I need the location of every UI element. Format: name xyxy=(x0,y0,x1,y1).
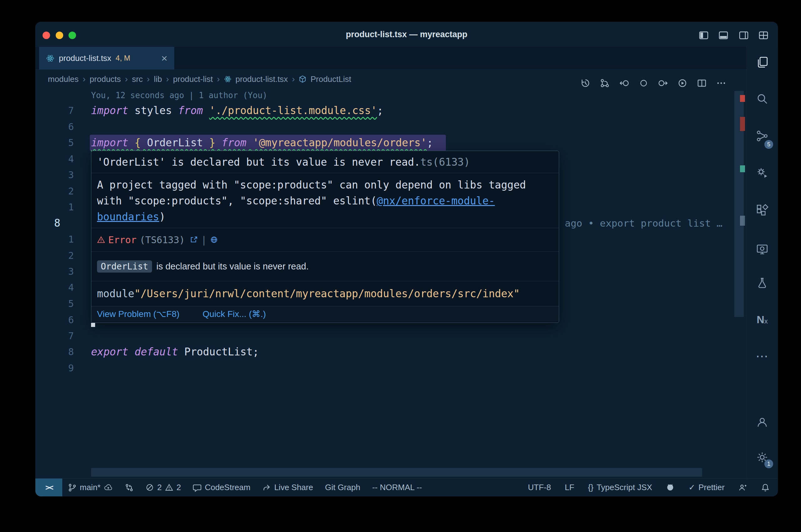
tab-strip: product-list.tsx 4, M × xyxy=(35,47,747,70)
line-number: 6 xyxy=(35,119,74,135)
breadcrumb-item[interactable]: modules xyxy=(48,74,78,84)
codestream-item[interactable]: CodeStream xyxy=(193,482,250,492)
hover-actions: View Problem (⌥F8) Quick Fix... (⌘.) xyxy=(91,306,559,321)
breadcrumb-separator: › xyxy=(217,74,220,84)
quick-fix-button[interactable]: Quick Fix... (⌘.) xyxy=(203,309,266,319)
open-brace: { xyxy=(134,137,141,149)
hover-diagnostic-ts: 'OrderList' is declared but its value is… xyxy=(91,151,559,173)
publish-cloud-icon xyxy=(104,483,113,492)
tab-label: product-list.tsx xyxy=(59,54,111,63)
generate-run-icon[interactable] xyxy=(755,165,770,180)
vscode-window: product-list.tsx — myreactapp xyxy=(35,22,778,496)
eol-item[interactable]: LF xyxy=(565,482,574,492)
breadcrumb-separator: › xyxy=(166,74,169,84)
prettier-item[interactable]: ✓ Prettier xyxy=(688,482,725,492)
run-circle-icon[interactable] xyxy=(677,78,688,88)
prettier-label: Prettier xyxy=(698,482,725,492)
encoding-item[interactable]: UTF-8 xyxy=(528,482,551,492)
braces-glyph: {} xyxy=(588,482,593,492)
more-actions-icon[interactable] xyxy=(716,78,726,88)
gitlens-codelens[interactable]: You, 12 seconds ago | 1 author (You) xyxy=(91,88,268,102)
live-share-item[interactable]: Live Share xyxy=(262,482,313,492)
hover-resize-grip[interactable] xyxy=(91,323,95,327)
git-graph-item[interactable]: Git Graph xyxy=(325,482,361,492)
warning-count: 2 xyxy=(177,482,181,492)
diagnostics-hover-tooltip: 'OrderList' is declared but its value is… xyxy=(91,151,559,323)
live-preview-icon[interactable] xyxy=(755,242,770,257)
github-icon[interactable] xyxy=(666,483,675,492)
code-line-16[interactable]: export default ProductList; xyxy=(91,344,259,360)
layout-panel-bottom-icon[interactable] xyxy=(718,30,729,41)
eslint-rule-link[interactable]: boundaries xyxy=(97,211,159,223)
error-icon xyxy=(145,483,154,492)
extensions-icon[interactable] xyxy=(755,203,770,218)
breadcrumb-separator: › xyxy=(147,74,149,84)
overview-change-mark xyxy=(740,165,745,172)
tab-product-list[interactable]: product-list.tsx 4, M × xyxy=(39,47,174,70)
tab-close-icon[interactable]: × xyxy=(161,53,167,63)
breadcrumb-item[interactable]: products xyxy=(90,74,121,84)
breadcrumb-item[interactable]: lib xyxy=(154,74,162,84)
layout-panel-left-icon[interactable] xyxy=(698,30,709,41)
layout-panel-right-icon[interactable] xyxy=(738,30,749,41)
nav-back-circle-icon[interactable] xyxy=(619,78,629,88)
hover-module-path: module "/Users/juri/nrwl/content/myreact… xyxy=(91,281,559,306)
overview-error-mark xyxy=(740,95,745,102)
line-number: 1 xyxy=(35,231,74,248)
keyword-import: import xyxy=(91,104,128,117)
split-editor-icon[interactable] xyxy=(697,78,707,88)
remote-indicator[interactable]: >< xyxy=(35,478,62,496)
nav-forward-circle-icon[interactable] xyxy=(658,78,668,88)
module-keyword: module xyxy=(97,288,134,300)
layout-grid-icon[interactable] xyxy=(758,30,769,41)
keyword-export: export xyxy=(91,346,128,358)
breadcrumb-separator: › xyxy=(292,74,295,84)
git-compare-icon[interactable] xyxy=(125,483,133,492)
detail-text: is declared but its value is never read. xyxy=(157,261,309,272)
timeline-history-icon[interactable] xyxy=(580,78,590,88)
breadcrumb-item[interactable]: ProductList xyxy=(310,74,351,84)
more-views-icon[interactable]: ⋯ xyxy=(755,348,770,363)
feedback-icon[interactable] xyxy=(739,483,747,492)
globe-icon[interactable] xyxy=(210,236,218,244)
diagnostic-code: ts(6133) xyxy=(420,156,470,168)
breadcrumb: modules › products › src › lib › product… xyxy=(48,70,351,89)
explorer-copy-icon[interactable] xyxy=(755,55,770,70)
line-number: 3 xyxy=(35,167,74,183)
breadcrumb-separator: › xyxy=(125,74,128,84)
breadcrumb-item[interactable]: product-list.tsx xyxy=(236,74,288,84)
open-external-icon[interactable] xyxy=(190,236,198,244)
account-icon[interactable] xyxy=(755,415,770,430)
check-icon: ✓ xyxy=(688,482,695,492)
symbol-chip: OrderList xyxy=(97,260,152,272)
diagnostic-message: 'OrderList' is declared but its value is… xyxy=(97,156,420,168)
notifications-bell-icon[interactable] xyxy=(761,483,770,492)
line-number: 7 xyxy=(35,328,74,344)
line-number: 4 xyxy=(35,151,74,167)
editor-actions xyxy=(580,72,726,94)
code-line-3[interactable]: import { OrderList } from '@myreactapp/m… xyxy=(91,135,433,151)
nx-console-icon[interactable]: Nx xyxy=(755,312,770,327)
nx-sub-letter: x xyxy=(764,317,768,325)
whitespace xyxy=(128,137,134,149)
git-branch-item[interactable]: main* xyxy=(68,482,113,492)
paren: ) xyxy=(159,211,165,223)
circle-icon[interactable] xyxy=(639,78,649,88)
problems-item[interactable]: 2 2 xyxy=(145,482,181,492)
keyword-default: default xyxy=(134,346,178,358)
nx-letter: N xyxy=(757,314,764,326)
code-line-1[interactable]: import styles from './product-list.modul… xyxy=(91,102,383,119)
search-icon[interactable] xyxy=(755,91,770,106)
breadcrumb-item[interactable]: product-list xyxy=(173,74,213,84)
ellipsis-glyph: ⋯ xyxy=(756,349,769,363)
line-number: 2 xyxy=(35,183,74,200)
view-problem-button[interactable]: View Problem (⌥F8) xyxy=(97,309,180,319)
source-control-graph-icon[interactable] xyxy=(600,78,610,88)
language-mode-item[interactable]: {} TypeScript JSX xyxy=(588,482,652,492)
eslint-rule-link[interactable]: @nx/enforce-module- xyxy=(377,195,495,207)
breadcrumb-item[interactable]: src xyxy=(132,74,143,84)
vim-mode-indicator[interactable]: -- NORMAL -- xyxy=(372,482,422,492)
error-label: Error xyxy=(108,234,136,245)
testing-flask-icon[interactable] xyxy=(755,276,770,291)
horizontal-scrollbar[interactable] xyxy=(91,468,702,477)
